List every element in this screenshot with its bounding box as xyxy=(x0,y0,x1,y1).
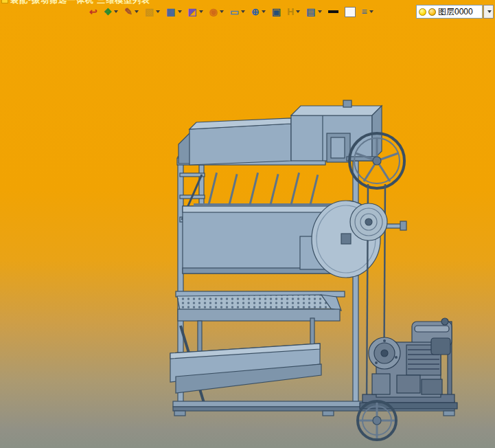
solid-box-icon-glyph: ▧ xyxy=(145,7,154,16)
sketch-icon[interactable]: ✎ xyxy=(122,4,141,19)
solid-box-icon[interactable]: ▧ xyxy=(142,4,163,19)
middle-pulley[interactable] xyxy=(350,203,406,240)
open-icon-glyph: ↩ xyxy=(89,7,97,16)
wheel-gear-icon[interactable]: ◉ xyxy=(207,4,227,19)
axis-target-icon-glyph: ⊕ xyxy=(251,7,260,16)
dropdown-arrow-icon[interactable] xyxy=(241,10,245,13)
toolbar: ↩ ❖ ✎ ▧ ▦ ◩ ◉ ▭ ⊕ ▣ H ▤ xyxy=(87,3,376,20)
layer-color-icon xyxy=(428,8,436,16)
app-window: 装配-振动筛选一体机 三维模型列表 ↩ ❖ ✎ ▧ ▦ ◩ ◉ ▭ ⊕ xyxy=(0,0,495,448)
extrude-icon[interactable]: ▦ xyxy=(163,4,184,19)
render-mode-icon[interactable]: ❖ xyxy=(101,4,122,19)
layer-name: 图层0000 xyxy=(438,6,473,18)
lightbulb-icon[interactable] xyxy=(419,8,426,16)
dropdown-arrow-icon[interactable] xyxy=(114,10,118,13)
monitor-icon-glyph: ▤ xyxy=(306,7,315,16)
layers-icon[interactable]: ≡ xyxy=(359,4,376,19)
dropdown-arrow-icon[interactable] xyxy=(369,10,373,13)
layers-icon-glyph: ≡ xyxy=(362,7,367,16)
viewport-icon-glyph: ▣ xyxy=(272,7,281,16)
dropdown-arrow-icon[interactable] xyxy=(178,10,182,13)
agitator-fingers[interactable] xyxy=(194,172,347,206)
line-width-icon[interactable] xyxy=(325,4,341,19)
plane-frame-icon-glyph: ▭ xyxy=(230,7,239,16)
dropdown-arrow-icon[interactable] xyxy=(156,10,160,13)
background-icon-glyph xyxy=(345,7,356,17)
layer-combo[interactable]: 图层0000 xyxy=(416,5,483,19)
discharge-chute[interactable] xyxy=(170,344,321,393)
background-icon[interactable] xyxy=(342,4,358,19)
dropdown-arrow-icon[interactable] xyxy=(220,10,224,13)
app-icon xyxy=(1,0,8,3)
plane-frame-icon[interactable]: ▭ xyxy=(227,4,248,19)
3d-model-viewport[interactable] xyxy=(0,0,495,448)
bottom-pulley[interactable] xyxy=(358,401,396,440)
dropdown-arrow-icon[interactable] xyxy=(318,10,322,13)
dropdown-arrow-icon[interactable] xyxy=(135,10,139,13)
surface-icon[interactable]: ◩ xyxy=(185,4,206,19)
surface-icon-glyph: ◩ xyxy=(188,7,197,16)
viewport-icon[interactable]: ▣ xyxy=(269,4,284,19)
dropdown-arrow-icon[interactable] xyxy=(296,10,300,13)
engine[interactable] xyxy=(360,318,457,409)
sketch-icon-glyph: ✎ xyxy=(124,7,133,16)
dropdown-arrow-icon[interactable] xyxy=(262,10,266,13)
section-icon[interactable]: H xyxy=(284,4,303,19)
open-icon[interactable]: ↩ xyxy=(87,4,100,19)
dropdown-arrow-icon xyxy=(487,10,492,13)
extrude-icon-glyph: ▦ xyxy=(166,7,175,16)
axis-target-icon[interactable]: ⊕ xyxy=(249,4,268,19)
layer-dropdown-button[interactable] xyxy=(483,5,494,19)
monitor-icon[interactable]: ▤ xyxy=(303,4,324,19)
wheel-gear-icon-glyph: ◉ xyxy=(209,7,218,16)
dropdown-arrow-icon[interactable] xyxy=(199,10,203,13)
line-width-icon-glyph xyxy=(328,10,338,13)
section-icon-glyph: H xyxy=(287,7,294,16)
render-mode-icon-glyph: ❖ xyxy=(104,7,113,16)
